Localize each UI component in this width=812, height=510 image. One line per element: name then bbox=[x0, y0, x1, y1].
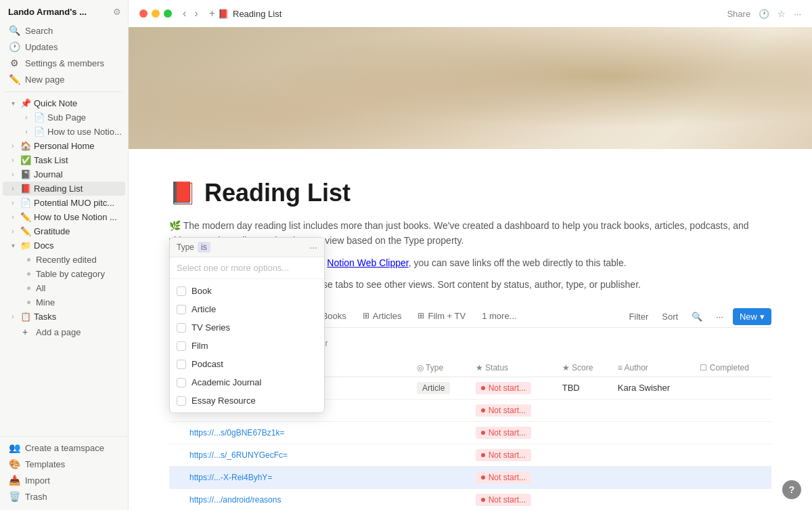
muo-emoji: 📄 bbox=[20, 198, 31, 208]
filter-checkbox-tv[interactable] bbox=[177, 323, 186, 333]
filter-popup-more-icon[interactable]: ··· bbox=[309, 242, 317, 253]
forward-button[interactable]: › bbox=[191, 6, 200, 21]
sidebar-item-label-personal: Personal Home bbox=[34, 141, 122, 151]
sidebar-item-sub-page[interactable]: › 📄 Sub Page bbox=[3, 110, 125, 125]
new-record-button[interactable]: New ▾ bbox=[733, 308, 771, 325]
page-title: Reading List bbox=[233, 9, 281, 19]
sidebar-item-journal[interactable]: › 📓 Journal bbox=[3, 167, 125, 182]
workspace-settings-icon[interactable]: ⚙ bbox=[113, 7, 121, 17]
row-status: Not start... bbox=[469, 444, 556, 466]
sidebar-item-label-muo: Potential MUO pitc... bbox=[34, 198, 122, 208]
col-completed[interactable]: ☐ Completed bbox=[693, 359, 771, 377]
settings-button[interactable]: ⚙ Settings & members bbox=[3, 55, 125, 71]
sidebar-item-reading-list[interactable]: › 📕 Reading List bbox=[3, 182, 125, 196]
col-status[interactable]: ★ Status bbox=[469, 359, 556, 377]
row-score bbox=[556, 488, 611, 510]
import-button[interactable]: 📥 Import bbox=[3, 472, 125, 488]
filter-checkbox-academic[interactable] bbox=[177, 378, 186, 387]
sidebar-item-how-notion[interactable]: › ✏️ How to Use Notion ... bbox=[3, 210, 125, 224]
status-dot bbox=[481, 408, 485, 412]
more-options-button[interactable]: ··· bbox=[794, 9, 801, 19]
new-page-icon: ✏️ bbox=[8, 74, 20, 85]
trash-button[interactable]: 🗑️ Trash bbox=[3, 488, 125, 505]
docs-emoji: 📁 bbox=[20, 240, 31, 251]
filter-option-label: Essay Resource bbox=[191, 396, 256, 406]
sidebar-item-all[interactable]: All bbox=[3, 281, 125, 295]
updates-button[interactable]: 🕐 Updates bbox=[3, 39, 125, 55]
row-score bbox=[556, 444, 611, 466]
workspace-button[interactable]: Lando Armand's ... ⚙ bbox=[0, 0, 128, 21]
table-row[interactable]: https://...s/_6RUNYGecFc= Not start... bbox=[169, 444, 771, 466]
row-author bbox=[611, 399, 694, 421]
sidebar-item-muo[interactable]: › 📄 Potential MUO pitc... bbox=[3, 196, 125, 210]
sidebar-item-how-to-notion[interactable]: › 📄 How to use Notio... bbox=[3, 125, 125, 139]
filter-search-input[interactable] bbox=[170, 257, 324, 279]
templates-button[interactable]: 🎨 Templates bbox=[3, 456, 125, 472]
sidebar-item-task-list[interactable]: › ✅ Task List bbox=[3, 153, 125, 167]
share-button[interactable]: Share bbox=[727, 9, 750, 19]
filter-option-article[interactable]: Article bbox=[170, 300, 324, 318]
filter-button[interactable]: Filter bbox=[625, 309, 652, 324]
history-button[interactable]: 🕐 bbox=[759, 9, 769, 19]
back-button[interactable]: ‹ bbox=[180, 6, 189, 21]
filter-checkbox-essay[interactable] bbox=[177, 396, 186, 406]
tab-more[interactable]: 1 more... bbox=[474, 306, 524, 327]
filter-option-book[interactable]: Book bbox=[170, 282, 324, 300]
table-row[interactable]: https://.../android/reasons Not start... bbox=[169, 488, 771, 510]
sidebar-nav: ▾ 📌 Quick Note › 📄 Sub Page › 📄 How to u… bbox=[0, 95, 128, 341]
table-row[interactable]: https://...-X-Rei4ByhY= Not start... bbox=[169, 466, 771, 488]
reading-list-emoji: 📕 bbox=[20, 184, 31, 194]
sidebar-item-table-by-category[interactable]: Table by category bbox=[3, 267, 125, 281]
filter-option-film[interactable]: Film bbox=[170, 337, 324, 355]
tab-film-tv[interactable]: ⊞ Film + TV bbox=[409, 306, 474, 327]
close-traffic-light[interactable] bbox=[139, 9, 148, 18]
tab-film-label: Film + TV bbox=[428, 311, 466, 321]
tab-actions: Filter Sort 🔍 ··· New ▾ bbox=[625, 308, 771, 325]
row-completed bbox=[693, 466, 771, 488]
row-completed bbox=[693, 399, 771, 421]
minimize-traffic-light[interactable] bbox=[152, 9, 160, 18]
sidebar-item-label-tasks: Task List bbox=[34, 155, 122, 165]
create-teamspace-button[interactable]: 👥 Create a teamspace bbox=[3, 440, 125, 456]
chevron-right-icon: › bbox=[8, 142, 18, 150]
add-page-button[interactable]: + Add a page bbox=[3, 324, 125, 340]
search-button[interactable]: 🔍 Search bbox=[3, 22, 125, 39]
favorite-button[interactable]: ☆ bbox=[777, 9, 786, 19]
col-type[interactable]: ◎ Type bbox=[410, 359, 469, 377]
filter-checkbox-book[interactable] bbox=[177, 286, 186, 296]
table-row[interactable]: https://...s/0gBNE67Bz1k= Not start... bbox=[169, 421, 771, 444]
add-icon: + bbox=[19, 326, 31, 337]
filter-checkbox-film[interactable] bbox=[177, 341, 186, 351]
tab-articles[interactable]: ⊞ Articles bbox=[355, 306, 410, 327]
sidebar-item-quick-note[interactable]: ▾ 📌 Quick Note bbox=[3, 96, 125, 110]
sidebar-item-recently-edited[interactable]: Recently edited bbox=[3, 253, 125, 267]
new-page-button[interactable]: ✏️ New page bbox=[3, 71, 125, 87]
col-score[interactable]: ★ Score bbox=[556, 359, 611, 377]
trash-icon: 🗑️ bbox=[8, 491, 20, 502]
sidebar-sub-label: Sub Page bbox=[47, 112, 122, 123]
search-label: Search bbox=[25, 26, 53, 36]
filter-header-condition[interactable]: is bbox=[198, 242, 210, 253]
add-page-nav-button[interactable]: + bbox=[206, 6, 218, 21]
filter-checkbox-article[interactable] bbox=[177, 305, 186, 314]
sidebar-item-mine[interactable]: Mine bbox=[3, 295, 125, 310]
filter-option-podcast[interactable]: Podcast bbox=[170, 355, 324, 373]
filter-checkbox-podcast[interactable] bbox=[177, 360, 186, 369]
col-author[interactable]: ≡ Author bbox=[611, 359, 694, 377]
fullscreen-traffic-light[interactable] bbox=[164, 9, 172, 18]
filter-option-academic-journal[interactable]: Academic Journal bbox=[170, 373, 324, 391]
filter-option-essay-resource[interactable]: Essay Resource bbox=[170, 391, 324, 410]
help-button[interactable]: ? bbox=[782, 480, 801, 499]
notion-web-clipper-link[interactable]: Notion Web Clipper bbox=[327, 257, 408, 268]
sidebar-item-docs[interactable]: ▾ 📁 Docs bbox=[3, 238, 125, 253]
row-type bbox=[410, 399, 469, 421]
sidebar-item-gratitude[interactable]: › ✏️ Gratitude bbox=[3, 224, 125, 238]
traffic-lights bbox=[139, 9, 172, 18]
filter-option-tv-series[interactable]: TV Series bbox=[170, 318, 324, 337]
sidebar-item-tasks[interactable]: › 📋 Tasks bbox=[3, 310, 125, 324]
sort-button[interactable]: Sort bbox=[658, 309, 682, 324]
more-db-options-button[interactable]: ··· bbox=[712, 309, 727, 324]
titlebar-right: Share 🕐 ☆ ··· bbox=[727, 9, 801, 19]
search-db-button[interactable]: 🔍 bbox=[687, 309, 706, 324]
sidebar-item-personal-home[interactable]: › 🏠 Personal Home bbox=[3, 139, 125, 153]
